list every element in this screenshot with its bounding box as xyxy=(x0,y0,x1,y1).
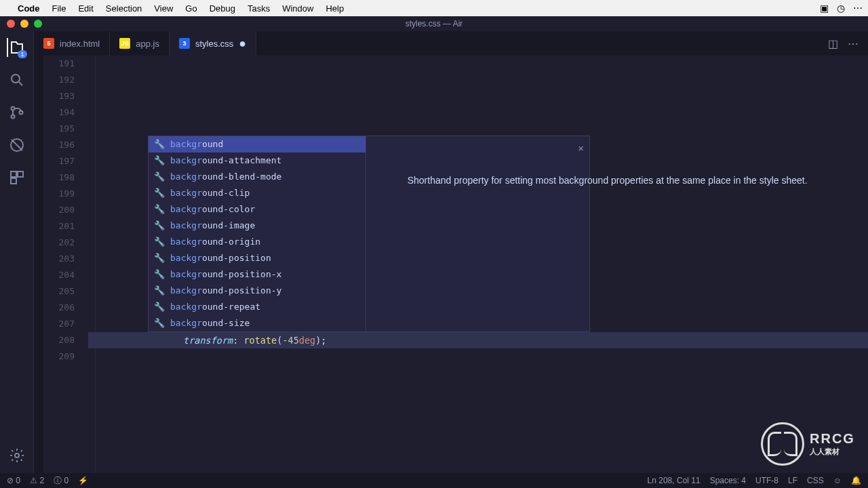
search-icon[interactable] xyxy=(7,70,26,89)
autocomplete-label: background-clip xyxy=(170,185,250,201)
status-golive-icon[interactable]: ⚡ xyxy=(78,476,88,485)
line-number: 198 xyxy=(43,169,75,186)
status-warnings[interactable]: ⚠ 2 xyxy=(30,476,44,485)
svg-rect-5 xyxy=(11,171,16,177)
explorer-badge: 1 xyxy=(18,50,26,58)
autocomplete-doc-text: Shorthand property for setting most back… xyxy=(408,175,808,186)
menu-view[interactable]: View xyxy=(154,3,173,14)
menu-selection[interactable]: Selection xyxy=(106,3,142,14)
line-number: 193 xyxy=(43,88,75,104)
activity-bar: 1 xyxy=(0,31,34,473)
record-icon[interactable]: ▣ xyxy=(820,3,829,14)
autocomplete-label: background-color xyxy=(170,201,255,218)
autocomplete-item[interactable]: 🔧background-image xyxy=(149,218,366,234)
tab-label: index.html xyxy=(60,39,100,49)
status-bell-icon[interactable]: 🔔 xyxy=(851,476,861,485)
autocomplete-item[interactable]: 🔧background-position xyxy=(149,250,366,266)
autocomplete-label: background-image xyxy=(170,218,255,234)
status-feedback-icon[interactable]: ☺ xyxy=(833,476,842,485)
line-number: 195 xyxy=(43,121,75,137)
menu-edit[interactable]: Edit xyxy=(78,3,93,14)
autocomplete-label: background-repeat xyxy=(170,299,260,315)
autocomplete-item[interactable]: 🔧background-repeat xyxy=(149,299,366,315)
clock-icon[interactable]: ◷ xyxy=(837,3,845,14)
editor-area[interactable]: 1911921931941951961971981992002012022032… xyxy=(34,56,868,473)
wrench-icon: 🔧 xyxy=(154,201,165,218)
status-infos[interactable]: ⓘ 0 xyxy=(54,475,68,487)
css-unit: deg xyxy=(299,335,315,346)
autocomplete-item[interactable]: 🔧background-attachment xyxy=(149,152,366,169)
menu-go[interactable]: Go xyxy=(185,3,197,14)
wrench-icon: 🔧 xyxy=(154,234,165,250)
line-number: 196 xyxy=(43,137,75,153)
indent-guide xyxy=(95,56,96,473)
more-actions-icon[interactable]: ⋯ xyxy=(848,37,859,50)
line-number: 200 xyxy=(43,202,75,218)
autocomplete-list: 🔧background🔧background-attachment🔧backgr… xyxy=(149,136,366,331)
window-title: styles.css — Air xyxy=(0,19,868,28)
css-number: -45 xyxy=(282,335,298,346)
wrench-icon: 🔧 xyxy=(154,315,165,331)
menubar-appname[interactable]: Code xyxy=(18,3,40,14)
html-file-icon: 5 xyxy=(43,38,54,49)
tab-index-html[interactable]: 5 index.html xyxy=(34,31,110,56)
wrench-icon: 🔧 xyxy=(154,218,165,234)
autocomplete-item[interactable]: 🔧background-blend-mode xyxy=(149,169,366,185)
autocomplete-item[interactable]: 🔧background xyxy=(149,136,366,152)
autocomplete-item[interactable]: 🔧background-size xyxy=(149,315,366,331)
line-number: 203 xyxy=(43,251,75,267)
wrench-icon: 🔧 xyxy=(154,299,165,315)
autocomplete-item[interactable]: 🔧background-position-y xyxy=(149,283,366,299)
explorer-icon[interactable]: 1 xyxy=(7,38,26,57)
status-encoding[interactable]: UTF-8 xyxy=(755,476,778,485)
menu-tasks[interactable]: Tasks xyxy=(248,3,270,14)
autocomplete-item[interactable]: 🔧background-position-x xyxy=(149,266,366,283)
css-property: transform xyxy=(183,335,233,346)
line-number: 205 xyxy=(43,283,75,300)
debug-icon[interactable] xyxy=(7,136,26,155)
window-titlebar: styles.css — Air xyxy=(0,16,868,31)
autocomplete-label: background-origin xyxy=(170,234,260,250)
autocomplete-item[interactable]: 🔧background-origin xyxy=(149,234,366,250)
close-doc-icon[interactable]: × xyxy=(578,140,584,156)
autocomplete-label: background xyxy=(170,136,223,152)
js-file-icon: JS xyxy=(119,38,130,49)
autocomplete-item[interactable]: 🔧background-color xyxy=(149,201,366,218)
tab-label: styles.css xyxy=(195,39,233,49)
line-number: 199 xyxy=(43,186,75,202)
left-strip xyxy=(34,56,43,473)
menu-window[interactable]: Window xyxy=(282,3,313,14)
autocomplete-label: background-position-y xyxy=(170,283,281,299)
line-number: 201 xyxy=(43,218,75,235)
wrench-icon: 🔧 xyxy=(154,152,165,169)
line-number: 192 xyxy=(43,72,75,88)
source-control-icon[interactable] xyxy=(7,103,26,122)
status-language[interactable]: CSS xyxy=(807,476,824,485)
line-number: 206 xyxy=(43,300,75,316)
overflow-icon[interactable]: ⋯ xyxy=(853,3,863,14)
settings-gear-icon[interactable] xyxy=(7,446,26,465)
split-editor-icon[interactable]: ◫ xyxy=(828,37,838,50)
tab-app-js[interactable]: JS app.js xyxy=(110,31,170,56)
line-number-gutter: 1911921931941951961971981992002012022032… xyxy=(43,56,88,473)
menu-debug[interactable]: Debug xyxy=(210,3,235,14)
autocomplete-item[interactable]: 🔧background-clip xyxy=(149,185,366,201)
code-content[interactable]: transform: rotate(45deg); } .menu-button… xyxy=(88,56,868,473)
wrench-icon: 🔧 xyxy=(154,266,165,283)
wrench-icon: 🔧 xyxy=(154,250,165,266)
autocomplete-label: background-position-x xyxy=(170,266,281,283)
wrench-icon: 🔧 xyxy=(154,169,165,185)
menubar-right: ▣ ◷ ⋯ xyxy=(820,3,863,14)
line-number: 207 xyxy=(43,316,75,332)
status-eol[interactable]: LF xyxy=(788,476,797,485)
line-number: 202 xyxy=(43,235,75,251)
tab-styles-css[interactable]: 3 styles.css ● xyxy=(170,31,256,56)
menu-file[interactable]: File xyxy=(52,3,66,14)
svg-rect-7 xyxy=(11,178,16,184)
autocomplete-label: background-position xyxy=(170,250,271,266)
status-indent[interactable]: Spaces: 4 xyxy=(710,476,746,485)
status-errors[interactable]: ⊘ 0 xyxy=(7,476,20,485)
status-line-col[interactable]: Ln 208, Col 11 xyxy=(648,476,701,485)
menu-help[interactable]: Help xyxy=(326,3,344,14)
extensions-icon[interactable] xyxy=(7,168,26,187)
